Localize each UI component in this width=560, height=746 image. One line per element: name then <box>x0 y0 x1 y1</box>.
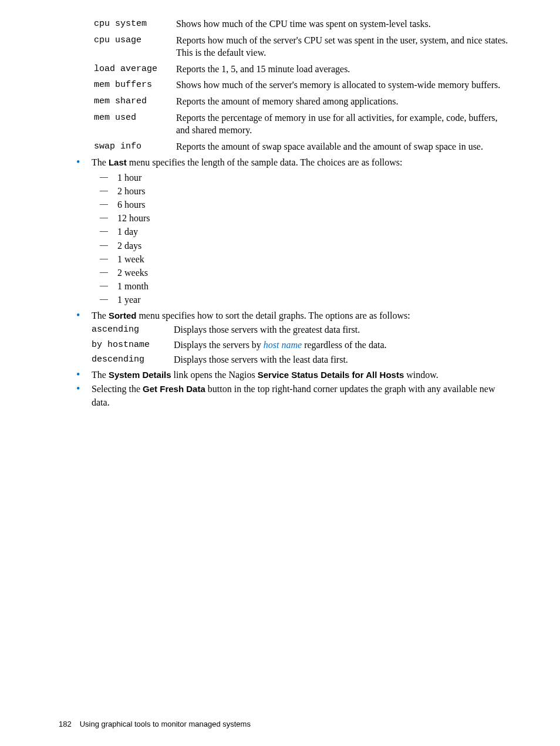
service-status-label: Service Status Details for All Hosts <box>258 370 404 380</box>
def-row-mem-shared: mem shared Reports the amount of memory … <box>94 95 513 108</box>
list-item: 1 hour <box>92 171 513 184</box>
def-term: mem shared <box>94 95 176 107</box>
definition-table: cpu system Shows how much of the CPU tim… <box>94 18 513 153</box>
def-row-load-average: load average Reports the 1, 5, and 15 mi… <box>94 63 513 76</box>
def-term: load average <box>94 63 176 75</box>
def-term: cpu system <box>94 18 176 30</box>
sort-desc: Displays those servers with the least da… <box>174 353 513 366</box>
host-name-link[interactable]: host name <box>264 340 302 350</box>
def-term: mem buffers <box>94 79 176 91</box>
def-desc: Reports the amount of swap space availab… <box>176 140 513 153</box>
text: The <box>92 157 109 167</box>
def-term: mem used <box>94 112 176 124</box>
bullet-sorted-menu: The Sorted menu specifies how to sort th… <box>59 309 513 366</box>
text: The <box>92 370 109 380</box>
def-desc: Reports the percentage of memory in use … <box>176 112 513 137</box>
last-options-list: 1 hour 2 hours 6 hours 12 hours 1 day 2 … <box>92 171 513 307</box>
def-desc: Reports how much of the server's CPU set… <box>176 34 513 59</box>
bullet-last-menu: The Last menu specifies the length of th… <box>59 156 513 306</box>
sort-term: ascending <box>92 323 174 336</box>
sorted-options-table: ascending Displays those servers with th… <box>92 323 513 366</box>
list-item: 1 week <box>92 252 513 266</box>
def-row-mem-buffers: mem buffers Shows how much of the server… <box>94 79 513 92</box>
page-container: cpu system Shows how much of the CPU tim… <box>0 0 560 746</box>
sort-row-by-hostname: by hostname Displays the servers by host… <box>92 339 513 352</box>
text: The <box>92 310 109 320</box>
system-details-label: System Details <box>109 370 171 380</box>
last-label: Last <box>109 157 127 167</box>
get-fresh-data-label: Get Fresh Data <box>143 384 205 394</box>
footer-text: Using graphical tools to monitor managed… <box>80 720 251 728</box>
sorted-label: Sorted <box>109 310 137 320</box>
def-row-mem-used: mem used Reports the percentage of memor… <box>94 112 513 137</box>
bullet-list: The Last menu specifies the length of th… <box>59 156 513 409</box>
sort-row-descending: descending Displays those servers with t… <box>92 353 513 366</box>
text: menu specifies the length of the sample … <box>127 157 403 167</box>
list-item: 1 month <box>92 279 513 293</box>
def-row-cpu-system: cpu system Shows how much of the CPU tim… <box>94 18 513 31</box>
def-desc: Shows how much of the server's memory is… <box>176 79 513 92</box>
sort-desc: Displays the servers by host name regard… <box>174 339 513 352</box>
def-term: cpu usage <box>94 34 176 46</box>
def-desc: Reports the amount of memory shared amon… <box>176 95 513 108</box>
page-number: 182 <box>59 720 72 728</box>
sort-row-ascending: ascending Displays those servers with th… <box>92 323 513 336</box>
text: Selecting the <box>92 384 143 394</box>
text: menu specifies how to sort the detail gr… <box>136 310 410 320</box>
text: window. <box>404 370 438 380</box>
list-item: 1 day <box>92 225 513 238</box>
text: regardless of the data. <box>302 340 386 350</box>
page-footer: 182Using graphical tools to monitor mana… <box>59 720 251 728</box>
text: Displays the servers by <box>174 340 264 350</box>
def-row-cpu-usage: cpu usage Reports how much of the server… <box>94 34 513 59</box>
sort-term: descending <box>92 353 174 366</box>
list-item: 12 hours <box>92 211 513 225</box>
text: link opens the Nagios <box>171 370 258 380</box>
sort-term: by hostname <box>92 339 174 351</box>
list-item: 1 year <box>92 293 513 306</box>
list-item: 6 hours <box>92 198 513 211</box>
sort-desc: Displays those servers with the greatest… <box>174 323 513 336</box>
bullet-get-fresh-data: Selecting the Get Fresh Data button in t… <box>59 383 513 409</box>
def-desc: Shows how much of the CPU time was spent… <box>176 18 513 31</box>
list-item: 2 days <box>92 239 513 252</box>
def-row-swap-info: swap info Reports the amount of swap spa… <box>94 140 513 153</box>
list-item: 2 weeks <box>92 266 513 279</box>
list-item: 2 hours <box>92 184 513 198</box>
bullet-system-details: The System Details link opens the Nagios… <box>59 369 513 382</box>
def-desc: Reports the 1, 5, and 15 minute load ave… <box>176 63 513 76</box>
def-term: swap info <box>94 140 176 153</box>
